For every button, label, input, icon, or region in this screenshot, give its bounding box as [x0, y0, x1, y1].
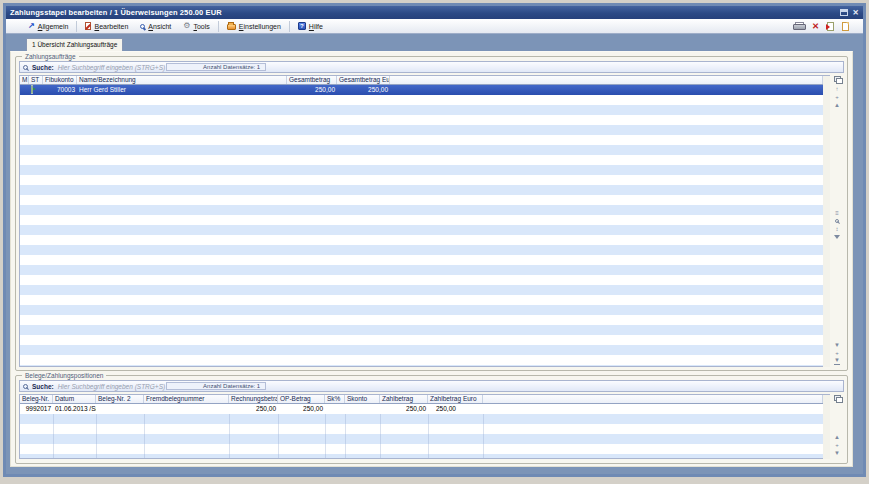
column-header-m[interactable]: M — [20, 76, 29, 84]
print-icon[interactable] — [793, 22, 804, 30]
window-title: Zahlungsstapel bearbeiten / 1 Überweisun… — [10, 8, 222, 17]
menu-separator — [218, 21, 219, 32]
edit-document-icon — [85, 22, 91, 30]
column-header-gesamtbetrag-euro[interactable]: Gesamtbetrag Euro — [337, 76, 390, 84]
cell-st — [29, 85, 43, 95]
add-record-icon[interactable]: + — [835, 349, 839, 357]
content-area: 1 Übersicht Zahlungsaufträge Zahlungsauf… — [6, 34, 863, 473]
search-label: Suche: — [32, 64, 54, 71]
cell-sk-prozent — [325, 404, 345, 414]
main-panel: Zahlungsaufträge Suche: Hier Suchbegriff… — [10, 51, 853, 467]
menu-einstellungen-label: Einstellungen — [239, 23, 281, 30]
search-label: Suche: — [32, 383, 54, 390]
last-record-icon[interactable]: ▼ — [834, 357, 840, 365]
list-view-icon[interactable]: ≡ — [835, 209, 839, 217]
cell-beleg-nr-2 — [96, 404, 144, 414]
groupbox-legend: Belege/Zahlungspositionen — [22, 372, 106, 380]
restore-icon[interactable] — [840, 9, 848, 16]
column-header-fremdbelegnummer[interactable]: Fremdbelegnummer — [144, 395, 229, 403]
scrollbar-track[interactable] — [823, 394, 830, 459]
empty-rows-area — [20, 95, 823, 366]
cell-datum: 01.06.2013 /Sa — [53, 404, 96, 414]
column-header-fibukonto[interactable]: Fibukonto — [43, 76, 77, 84]
cell-zahlbetrag-euro: 250,00 — [428, 404, 483, 414]
documents-grid[interactable]: Beleg-Nr. Datum Beleg-Nr. 2 Fremdbelegnu… — [19, 394, 823, 459]
search-icon — [23, 384, 28, 389]
tab-uebersicht-zahlungsauftraege[interactable]: 1 Übersicht Zahlungsaufträge — [26, 38, 123, 51]
search-input[interactable]: Suche: Hier Suchbegriff eingeben (STRG+S… — [19, 380, 844, 392]
table-row-selected[interactable]: 70003 Herr Gerd Stiller 250,00 250,00 — [20, 85, 823, 95]
add-record-icon[interactable]: + — [835, 441, 839, 449]
cell-gesamtbetrag: 250,00 — [287, 85, 337, 95]
delete-icon[interactable]: ✕ — [812, 22, 819, 30]
column-header-op-betrag[interactable]: OP-Betrag — [278, 395, 325, 403]
sort-icon[interactable]: ↕ — [836, 225, 839, 233]
column-header-beleg-nr[interactable]: Beleg-Nr. — [20, 395, 53, 403]
new-document-icon[interactable] — [842, 22, 849, 31]
menu-allgemein[interactable]: ↗ Allgemein — [22, 21, 74, 31]
menu-ansicht-label: Ansicht — [148, 23, 171, 30]
next-record-icon[interactable]: ▼ — [834, 341, 840, 349]
menu-tools[interactable]: ⚙ Tools — [177, 21, 216, 31]
column-header-name[interactable]: Name/Bezeichnung — [77, 76, 287, 84]
column-header-datum[interactable]: Datum — [53, 395, 96, 403]
record-count-badge: Anzahl Datensätze: 1 — [166, 382, 266, 390]
column-header-gesamtbetrag[interactable]: Gesamtbetrag — [287, 76, 337, 84]
menu-tools-label: Tools — [193, 23, 209, 30]
column-header-filler — [390, 76, 823, 84]
scrollbar-track[interactable] — [823, 75, 830, 367]
column-chooser-icon[interactable] — [834, 395, 841, 401]
search-placeholder: Hier Suchbegriff eingeben (STRG+S) — [58, 383, 165, 390]
grid-side-toolbar: ▲ + ▼ — [830, 394, 844, 459]
tab-bar: 1 Übersicht Zahlungsaufträge — [6, 34, 863, 51]
cell-fibukonto: 70003 — [43, 85, 77, 95]
column-header-beleg-nr-2[interactable]: Beleg-Nr. 2 — [96, 395, 144, 403]
column-header-zahlbetrag[interactable]: Zahlbetrag — [380, 395, 428, 403]
next-record-icon[interactable]: ▼ — [834, 449, 840, 457]
close-icon[interactable]: ✕ — [853, 9, 859, 16]
menu-ansicht[interactable]: Ansicht — [134, 22, 177, 31]
column-chooser-icon[interactable] — [834, 76, 841, 82]
menu-separator — [289, 21, 290, 32]
menu-bearbeiten-label: Bearbeiten — [94, 23, 128, 30]
previous-record-icon[interactable]: ▲ — [834, 433, 840, 441]
table-row[interactable]: 9992017 01.06.2013 /Sa 250,00 250,00 250… — [20, 404, 823, 414]
grid-side-toolbar: ↑ + ▲ ≡ ↕ ▼ + ▼ — [830, 75, 844, 367]
cell-gesamtbetrag-euro: 250,00 — [337, 85, 390, 95]
insert-record-icon[interactable]: + — [835, 93, 839, 101]
column-header-st[interactable]: ST — [29, 76, 43, 84]
record-count-badge: Anzahl Datensätze: 1 — [166, 63, 266, 71]
cell-fremdbelegnummer — [144, 404, 229, 414]
column-header-skonto[interactable]: Skonto — [345, 395, 380, 403]
arrow-up-right-icon: ↗ — [28, 22, 35, 30]
close-batch-icon[interactable] — [827, 22, 834, 31]
payment-orders-grid[interactable]: M ST Fibukonto Name/Bezeichnung Gesamtbe… — [19, 75, 823, 367]
menu-allgemein-label: Allgemein — [38, 23, 69, 30]
menu-bearbeiten[interactable]: Bearbeiten — [79, 21, 134, 31]
column-header-sk-prozent[interactable]: Sk% — [325, 395, 345, 403]
grid-search-icon[interactable] — [835, 219, 839, 223]
grid-header-row: Beleg-Nr. Datum Beleg-Nr. 2 Fremdbelegnu… — [20, 395, 823, 404]
menu-hilfe-label: Hilfe — [309, 23, 323, 30]
column-header-zahlbetrag-euro[interactable]: Zahlbetrag Euro — [428, 395, 483, 403]
transfer-icon — [31, 85, 33, 94]
title-bar[interactable]: Zahlungsstapel bearbeiten / 1 Überweisun… — [6, 6, 863, 19]
cell-zahlbetrag: 250,00 — [380, 404, 428, 414]
menu-hilfe[interactable]: ? Hilfe — [292, 21, 329, 31]
search-icon — [23, 65, 28, 70]
menu-separator — [76, 21, 77, 32]
application-window: Zahlungsstapel bearbeiten / 1 Überweisun… — [3, 3, 866, 477]
settings-folder-icon — [227, 24, 236, 30]
help-icon: ? — [298, 22, 306, 30]
search-input[interactable]: Suche: Hier Suchbegriff eingeben (STRG+S… — [19, 61, 844, 73]
menu-einstellungen[interactable]: Einstellungen — [221, 21, 287, 31]
previous-record-icon[interactable]: ▲ — [834, 101, 840, 109]
column-header-rechnungsbetrag[interactable]: Rechnungsbetrag — [229, 395, 278, 403]
filter-icon[interactable] — [834, 235, 840, 239]
cell-name: Herr Gerd Stiller — [77, 85, 287, 95]
scroll-top-icon[interactable]: ↑ — [836, 85, 839, 93]
empty-rows-area — [20, 414, 823, 458]
search-placeholder: Hier Suchbegriff eingeben (STRG+S) — [58, 64, 165, 71]
gear-icon: ⚙ — [183, 22, 190, 30]
cell-op-betrag: 250,00 — [278, 404, 325, 414]
